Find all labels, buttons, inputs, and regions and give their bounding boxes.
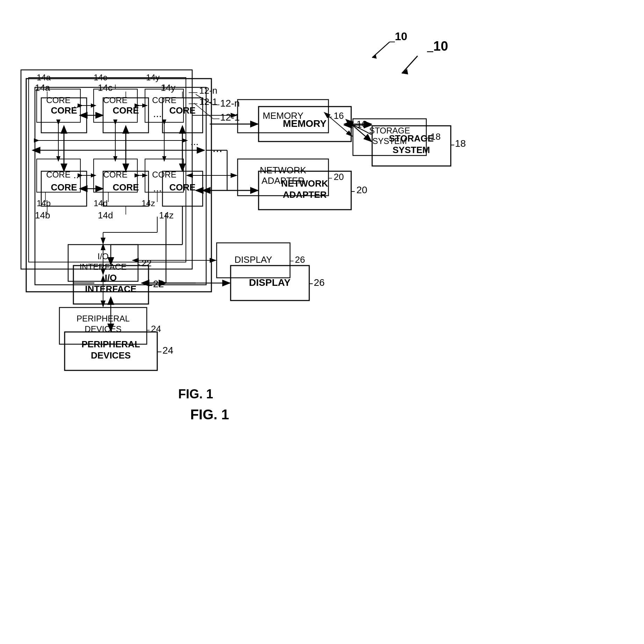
lbl-12n: 12-n bbox=[220, 98, 240, 109]
ref14y: 14y bbox=[161, 82, 175, 93]
ref-24-text: 24 bbox=[162, 345, 173, 356]
lbl-12-1: 12-1 bbox=[220, 112, 240, 123]
peripheral-text-1: PERIPHERAL bbox=[81, 339, 140, 349]
core14c-text: CORE bbox=[113, 105, 139, 116]
svg-line-43 bbox=[402, 56, 418, 73]
display-text: DISPLAY bbox=[249, 277, 291, 288]
core14b-text: CORE bbox=[51, 182, 77, 193]
ref-20-text: 20 bbox=[356, 184, 367, 195]
io-text-1: I/O bbox=[105, 273, 117, 283]
fig-title: FIG. 1 bbox=[190, 407, 229, 422]
network-text-1: NETWORK bbox=[281, 178, 328, 189]
svg-line-46 bbox=[196, 94, 213, 105]
main-diagram: 10 12-n 12-1 CORE CORE ... CORE CORE COR… bbox=[0, 0, 644, 644]
ellipsis-right: ... bbox=[212, 141, 222, 154]
core14y-text: CORE bbox=[169, 105, 195, 116]
dots-bot-row: ... bbox=[153, 182, 162, 194]
storage-text-2: SYSTEM bbox=[393, 145, 430, 155]
core14z-text: CORE bbox=[169, 182, 195, 193]
io-text-2: INTERFACE bbox=[85, 284, 136, 294]
storage-text-1: STORAGE bbox=[389, 133, 434, 144]
peripheral-text-2: DEVICES bbox=[91, 350, 131, 361]
ref14d: 14d bbox=[98, 210, 113, 220]
memory-text: MEMORY bbox=[283, 118, 327, 129]
network-text-2: ADAPTER bbox=[283, 189, 327, 200]
core14d-text: CORE bbox=[113, 182, 139, 193]
core14a-text: CORE bbox=[51, 105, 77, 116]
svg-line-48 bbox=[194, 103, 213, 119]
dots-top-row: ... bbox=[153, 108, 162, 119]
ref-26-text: 26 bbox=[314, 277, 325, 288]
ref14c: 14c bbox=[98, 82, 113, 93]
ref-18-text: 18 bbox=[455, 138, 466, 149]
ref-22-text: 22 bbox=[153, 278, 164, 289]
ref14b: 14b bbox=[35, 210, 50, 220]
ref-10-text: 10 bbox=[433, 39, 448, 53]
ref14a: 14a bbox=[35, 82, 50, 93]
